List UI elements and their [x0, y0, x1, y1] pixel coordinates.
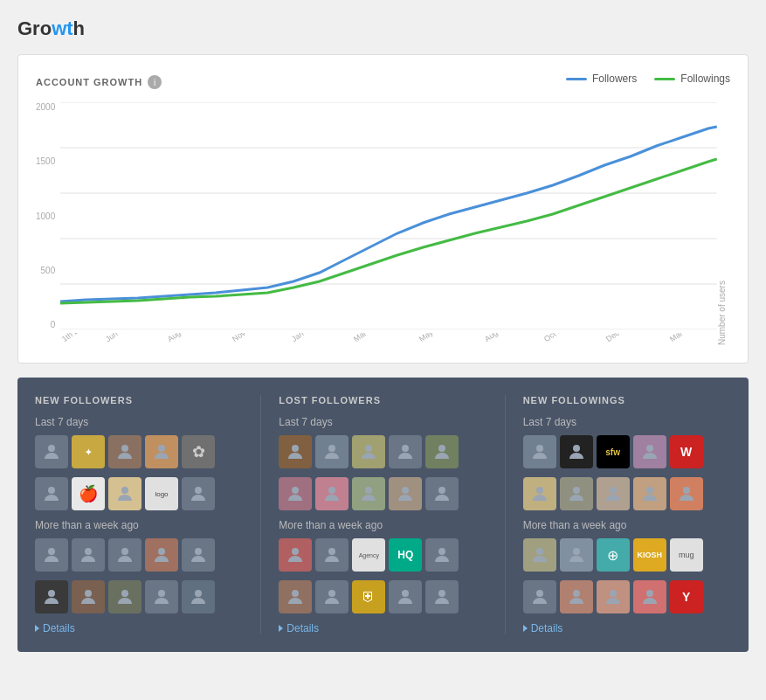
svg-point-9: [48, 487, 55, 494]
new-followings-grid-3: ⊕ KIOSH mug: [523, 538, 731, 572]
avatar[interactable]: [315, 477, 348, 510]
avatar[interactable]: HQ: [389, 538, 422, 572]
chart-svg-container: 1th 2013 Jun 19th 2013 Aug 27th 2013 Nov…: [60, 102, 717, 345]
avatar[interactable]: [425, 580, 459, 613]
avatar[interactable]: [389, 477, 422, 510]
chart-section-title: ACCOUNT GROWTH: [36, 77, 142, 87]
svg-point-33: [328, 548, 335, 555]
avatar[interactable]: [145, 538, 178, 572]
avatar[interactable]: [315, 580, 348, 613]
avatar[interactable]: [279, 435, 312, 468]
avatar[interactable]: [35, 477, 68, 510]
avatar[interactable]: sfw: [597, 435, 630, 468]
avatar[interactable]: [633, 435, 666, 468]
new-followings-period2: More than a week ago: [523, 519, 731, 531]
avatar[interactable]: ⊕: [597, 538, 630, 572]
avatar[interactable]: [72, 580, 105, 613]
avatar[interactable]: [108, 538, 141, 572]
svg-point-37: [402, 590, 409, 597]
avatar[interactable]: [560, 538, 593, 572]
avatar[interactable]: [315, 538, 348, 572]
y-tick-1500: 1500: [36, 156, 55, 166]
avatar[interactable]: [145, 435, 178, 468]
avatar[interactable]: [315, 435, 348, 468]
avatar[interactable]: [560, 435, 593, 468]
avatar[interactable]: W: [670, 435, 703, 468]
avatar[interactable]: [108, 477, 141, 510]
avatar[interactable]: ⛨: [352, 580, 385, 613]
avatar[interactable]: [35, 538, 68, 572]
avatar[interactable]: [35, 435, 68, 468]
svg-point-18: [85, 590, 92, 597]
lost-followers-grid-2: [279, 477, 487, 510]
svg-point-41: [646, 445, 653, 452]
new-followers-title: NEW FOLLOWERS: [35, 395, 243, 405]
avatar[interactable]: [352, 477, 385, 510]
avatar[interactable]: mug: [670, 538, 703, 572]
svg-point-10: [121, 487, 128, 494]
avatar[interactable]: [279, 580, 312, 613]
x-tick-9: Oct 15th 2014: [542, 333, 588, 343]
new-followers-details-label: Details: [43, 622, 75, 634]
avatar[interactable]: [72, 538, 105, 572]
svg-point-12: [48, 548, 55, 555]
avatar[interactable]: [108, 580, 141, 613]
avatar[interactable]: [279, 477, 312, 510]
avatar[interactable]: [389, 435, 422, 468]
new-followers-details-link[interactable]: Details: [35, 622, 243, 634]
avatar[interactable]: [597, 477, 630, 510]
avatar[interactable]: [425, 538, 459, 572]
avatar[interactable]: [108, 435, 141, 468]
avatar[interactable]: Y: [670, 580, 703, 613]
avatar[interactable]: [633, 477, 666, 510]
svg-point-11: [195, 487, 202, 494]
avatar[interactable]: [523, 538, 556, 572]
x-tick-8: Aug 7th 2014: [483, 333, 527, 343]
y-tick-500: 500: [41, 266, 56, 275]
x-tick-3: Aug 27th 2013: [166, 333, 213, 343]
avatar[interactable]: 🍎: [72, 477, 105, 510]
bottom-panel: NEW FOLLOWERS Last 7 days ✦ ✿: [17, 378, 749, 652]
svg-point-50: [573, 590, 580, 597]
avatar[interactable]: [425, 435, 459, 468]
new-followers-grid-2: 🍎 logo: [35, 477, 243, 510]
avatar[interactable]: logo: [145, 477, 178, 510]
avatar[interactable]: ✿: [182, 435, 215, 468]
avatar[interactable]: [560, 580, 593, 613]
lost-followers-details-link[interactable]: Details: [279, 622, 487, 634]
avatar[interactable]: [523, 477, 556, 510]
svg-point-38: [438, 590, 445, 597]
avatar[interactable]: [523, 435, 556, 468]
avatar[interactable]: [182, 580, 215, 613]
avatar[interactable]: KIOSH: [633, 538, 666, 572]
svg-point-32: [292, 548, 299, 555]
avatar[interactable]: [670, 477, 703, 510]
avatar[interactable]: [633, 580, 666, 613]
avatar[interactable]: ✦: [72, 435, 105, 468]
svg-point-51: [610, 590, 617, 597]
new-followings-title: NEW FOLLOWINGS: [523, 395, 731, 405]
svg-point-34: [438, 548, 445, 555]
avatar[interactable]: [597, 580, 630, 613]
avatar[interactable]: [182, 477, 215, 510]
new-followings-details-link[interactable]: Details: [523, 622, 731, 634]
avatar[interactable]: Agency: [352, 538, 385, 572]
avatar[interactable]: [425, 477, 459, 510]
svg-point-35: [292, 590, 299, 597]
avatar[interactable]: [35, 580, 68, 613]
info-icon[interactable]: i: [148, 75, 162, 89]
svg-point-24: [365, 445, 372, 452]
avatar[interactable]: [560, 477, 593, 510]
chart-card: ACCOUNT GROWTH i Followers Followings 20…: [17, 54, 749, 364]
new-followings-details-label: Details: [531, 622, 563, 634]
page-title: Growth: [17, 17, 749, 40]
x-tick-6: Mar 22nd 2014: [352, 333, 400, 343]
avatar[interactable]: [279, 538, 312, 572]
avatar[interactable]: [389, 580, 422, 613]
avatar[interactable]: [182, 538, 215, 572]
svg-point-20: [158, 590, 165, 597]
avatar[interactable]: [523, 580, 556, 613]
svg-point-44: [610, 487, 617, 494]
avatar[interactable]: [352, 435, 385, 468]
avatar[interactable]: [145, 580, 178, 613]
